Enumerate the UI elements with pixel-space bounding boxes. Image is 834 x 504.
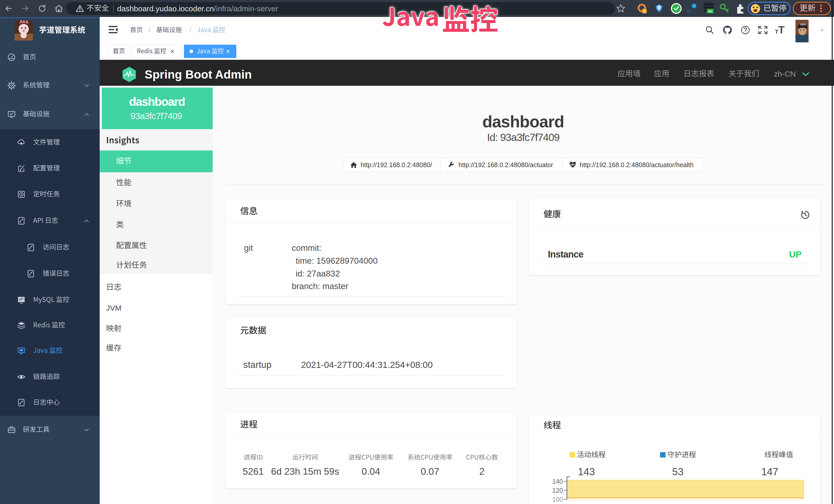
svg-text:on: on [708,9,712,13]
svg-text:1: 1 [643,9,645,13]
